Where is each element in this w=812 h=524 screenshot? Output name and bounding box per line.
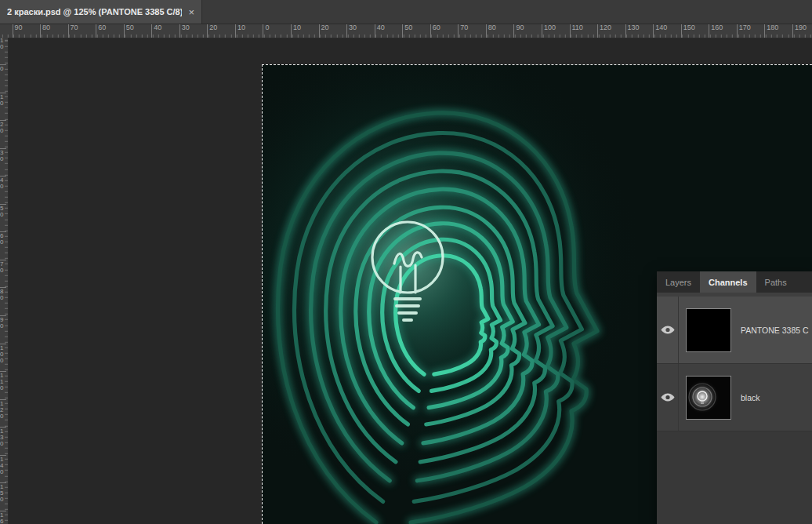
ruler-tick-h: 50 — [124, 24, 134, 38]
ruler-tick-h: 60 — [96, 24, 106, 38]
channel-list: PANTONE 3385 C — [657, 293, 812, 431]
visibility-toggle[interactable] — [657, 297, 679, 363]
ruler-tick-v: 10 — [0, 38, 6, 50]
ruler-tick-h: 170 — [737, 24, 751, 38]
ruler-tick-h: 70 — [458, 24, 468, 38]
ruler-tick-h: 20 — [207, 24, 217, 38]
ruler-tick-h: 190 — [792, 24, 807, 38]
ruler-tick-h: 0 — [263, 24, 269, 38]
ruler-tick-v: 60 — [0, 231, 6, 246]
channels-panel: Layers Channels Paths PANTONE 3385 C — [657, 271, 812, 524]
panel-empty-area — [657, 431, 812, 524]
ruler-tick-h: 130 — [625, 24, 640, 38]
ruler-tick-h: 20 — [319, 24, 329, 38]
ruler-tick-v: 90 — [0, 315, 6, 329]
ruler-tick-h: 100 — [542, 24, 556, 38]
ruler-tick-h: 10 — [235, 24, 245, 38]
ruler-tick-h: 140 — [653, 24, 667, 38]
visibility-toggle[interactable] — [657, 364, 679, 431]
ruler-tick-v: 100 — [0, 344, 6, 364]
panel-tab-bar: Layers Channels Paths — [657, 271, 812, 293]
ruler-tick-h: 150 — [681, 24, 695, 38]
ruler-tick-h: 110 — [570, 24, 583, 38]
ruler-tick-v: 120 — [0, 399, 6, 420]
ruler-tick-v: 50 — [0, 204, 6, 218]
channel-row-pantone[interactable]: PANTONE 3385 C — [657, 297, 812, 364]
ruler-tick-h: 50 — [402, 24, 412, 38]
channel-name: PANTONE 3385 C — [741, 326, 809, 335]
document-tab[interactable]: 2 краски.psd @ 125% (PANTONE 3385 C/8) *… — [0, 0, 202, 24]
ruler-tick-h: 160 — [709, 24, 723, 38]
channel-thumbnail-preview — [687, 377, 730, 419]
ruler-tick-h: 60 — [430, 24, 440, 38]
eye-icon — [661, 393, 675, 402]
ruler-tick-h: 90 — [13, 24, 23, 38]
tab-paths[interactable]: Paths — [756, 271, 796, 293]
ruler-tick-h: 120 — [597, 24, 611, 38]
channel-row-black[interactable]: black — [657, 364, 812, 431]
ruler-tick-v: 110 — [0, 371, 6, 391]
document-title: 2 краски.psd @ 125% (PANTONE 3385 C/8) * — [7, 7, 182, 16]
channel-thumbnail[interactable] — [686, 308, 731, 352]
ruler-tick-v: 140 — [0, 455, 6, 475]
ruler-tick-v: 80 — [0, 287, 6, 301]
ruler-tick-v: 160 — [0, 511, 6, 524]
ruler-tick-h: 80 — [40, 24, 50, 38]
tab-layers[interactable]: Layers — [657, 271, 700, 293]
ruler-tick-h: 30 — [346, 24, 357, 38]
channel-name: black — [741, 393, 760, 402]
ruler-tick-h: 10 — [291, 24, 301, 38]
ruler-tick-h: 180 — [764, 24, 778, 38]
eye-icon — [661, 326, 675, 334]
ruler-tick-h: 40 — [375, 24, 385, 38]
tab-close-icon[interactable]: × — [188, 7, 194, 17]
ruler-tick-v: 70 — [0, 260, 6, 274]
ruler-vertical[interactable]: 1001020304050607080901001101201301401501… — [0, 38, 9, 524]
ruler-tick-v: 130 — [0, 427, 6, 447]
ruler-tick-h: 80 — [486, 24, 496, 38]
ruler-tick-v: 0 — [0, 64, 6, 72]
ruler-tick-h: 30 — [179, 24, 190, 38]
ruler-tick-v: 30 — [0, 148, 6, 162]
ruler-tick-v: 20 — [0, 120, 6, 134]
ruler-tick-h: 70 — [68, 24, 78, 38]
document-tab-bar: 2 краски.psd @ 125% (PANTONE 3385 C/8) *… — [0, 0, 812, 24]
ruler-tick-v: 40 — [0, 176, 6, 190]
ruler-tick-h: 90 — [513, 24, 524, 38]
ruler-tick-v: 10 — [0, 93, 6, 107]
channel-thumbnail[interactable] — [686, 376, 731, 420]
ruler-horizontal[interactable]: 9080706050403020100102030405060708090100… — [0, 24, 812, 38]
ruler-tick-v: 150 — [0, 482, 6, 503]
tab-channels[interactable]: Channels — [700, 271, 756, 293]
ruler-tick-h: 40 — [151, 24, 161, 38]
